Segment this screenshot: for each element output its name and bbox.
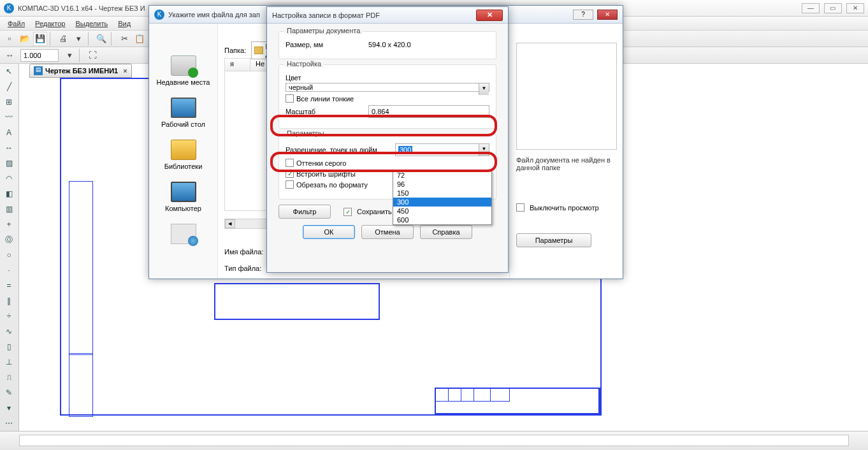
- tool-div-icon[interactable]: ÷: [0, 308, 18, 324]
- document-tab[interactable]: ▤ Чертеж БЕЗ ИМЕНИ1 ×: [29, 64, 132, 78]
- window-min-icon[interactable]: —: [802, 3, 820, 13]
- dpi-option[interactable]: 600: [393, 215, 491, 224]
- new-doc-icon[interactable]: ▫: [3, 32, 17, 46]
- scale-label: Масштаб: [286, 108, 368, 115]
- menu-view[interactable]: Вид: [113, 18, 136, 29]
- print-icon[interactable]: 🖨: [56, 32, 70, 46]
- chk-disable-preview[interactable]: [516, 203, 524, 212]
- chk-save-settings[interactable]: ✓: [344, 208, 352, 216]
- filetype-label: Тип файла:: [224, 265, 261, 272]
- scale-drop-icon[interactable]: ▾: [62, 48, 76, 62]
- place-recent[interactable]: Недавние места: [155, 55, 212, 86]
- tool-circ-icon[interactable]: ○: [0, 247, 18, 263]
- tool-surf-icon[interactable]: ◧: [0, 186, 18, 201]
- save-dialog-icon: K: [154, 10, 164, 20]
- chk-grayscale[interactable]: [286, 159, 294, 167]
- dpi-option[interactable]: 150: [393, 189, 491, 198]
- group-settings: Настройка Цвет черный ▼ Все линии тонкие…: [278, 64, 496, 129]
- tool-drop-icon[interactable]: ▾: [0, 400, 18, 416]
- params-button[interactable]: Параметры: [516, 233, 591, 247]
- tool-tree-icon[interactable]: ⎍: [0, 370, 18, 385]
- menu-select[interactable]: Выделить: [70, 18, 113, 29]
- menu-editor[interactable]: Редактор: [30, 18, 70, 29]
- tool-line-icon[interactable]: ╱: [0, 79, 18, 94]
- chk-thin-lines[interactable]: [286, 94, 294, 103]
- dpi-label: Разрешение, точек на дюйм: [286, 146, 395, 154]
- tool-pointer-icon[interactable]: ↖: [0, 64, 18, 79]
- copy-icon[interactable]: 📋: [133, 32, 147, 46]
- tool-spline-icon[interactable]: ∿: [0, 324, 18, 339]
- ok-button[interactable]: ОК: [303, 225, 355, 239]
- window-max-icon[interactable]: ▭: [824, 3, 842, 13]
- tool-perp-icon[interactable]: ⊥: [0, 354, 18, 370]
- tool-dot-icon[interactable]: ·: [0, 263, 18, 278]
- dpi-dropdown-list[interactable]: 72 96 150 300 450 600: [393, 170, 492, 225]
- menu-file[interactable]: Файл: [3, 18, 30, 29]
- place-computer[interactable]: Компьютер: [155, 182, 212, 212]
- doc-type-icon: ▤: [34, 66, 43, 75]
- chk-thin-label: Все линии тонкие: [296, 95, 354, 103]
- place-network[interactable]: [155, 224, 212, 247]
- scroll-left-icon[interactable]: ◂: [225, 219, 235, 228]
- tool-para-icon[interactable]: ‖: [0, 293, 18, 308]
- size-value: 594.0 x 420.0: [368, 41, 411, 48]
- save-dialog-close-icon[interactable]: ✕: [597, 10, 618, 20]
- tool-wave-icon[interactable]: 〰: [0, 110, 18, 125]
- tool-compass-icon[interactable]: Ⓞ: [0, 232, 18, 247]
- scale-handle-icon[interactable]: ↔: [3, 48, 17, 62]
- zoom-fit-icon[interactable]: ⛶: [85, 48, 99, 62]
- dpi-option-selected[interactable]: 300: [393, 198, 491, 207]
- computer-icon: [171, 182, 196, 202]
- size-label: Размер, мм: [286, 41, 368, 48]
- place-libraries[interactable]: Библиотеки: [155, 140, 212, 170]
- open-icon[interactable]: 📂: [18, 32, 32, 46]
- tool-more-icon[interactable]: ⋯: [0, 416, 18, 431]
- help-button[interactable]: Справка: [420, 225, 472, 239]
- print-drop-icon[interactable]: ▾: [71, 32, 85, 46]
- tool-text-icon[interactable]: A: [0, 125, 18, 140]
- tool-grid-icon[interactable]: ⊞: [0, 94, 18, 110]
- dpi-option[interactable]: 96: [393, 180, 491, 189]
- tool-eq-icon[interactable]: =: [0, 278, 18, 293]
- chk-embed-fonts-label: Встроить шрифты: [296, 170, 356, 178]
- tool-plus-icon[interactable]: +: [0, 217, 18, 232]
- status-bar: [0, 431, 868, 450]
- place-desktop[interactable]: Рабочий стол: [155, 98, 212, 128]
- col-name[interactable]: я: [225, 59, 250, 71]
- dpi-option[interactable]: 72: [393, 171, 491, 180]
- color-drop-icon[interactable]: ▼: [479, 83, 489, 95]
- doc-tab-close-icon[interactable]: ×: [123, 67, 127, 75]
- tool-note-icon[interactable]: ✎: [0, 385, 18, 400]
- left-tool-palette: ↖ ╱ ⊞ 〰 A ↔ ▨ ◠ ◧ ▥ + Ⓞ ○ · = ‖ ÷ ∿ ▯ ⊥ …: [0, 64, 19, 433]
- window-close-icon[interactable]: ✕: [846, 3, 864, 13]
- chk-embed-fonts[interactable]: ✓: [286, 170, 294, 178]
- dpi-drop-icon[interactable]: ▼: [479, 144, 489, 156]
- tool-layers-icon[interactable]: ▥: [0, 201, 18, 217]
- tool-dim-icon[interactable]: ↔: [0, 140, 18, 156]
- scale-input[interactable]: 0.864: [368, 105, 489, 118]
- chk-disable-preview-label: Выключить просмотр: [530, 204, 599, 212]
- pdf-dialog-close-icon[interactable]: ✕: [476, 10, 503, 21]
- chk-crop[interactable]: [286, 180, 294, 189]
- color-combo[interactable]: черный ▼: [286, 83, 489, 92]
- desktop-icon: [171, 98, 196, 118]
- dpi-option[interactable]: 450: [393, 207, 491, 215]
- preview-icon[interactable]: 🔍: [94, 32, 108, 46]
- scale-input[interactable]: 1.000: [20, 49, 59, 62]
- preview-pane: Файл документа не найден в данной папке …: [509, 24, 623, 279]
- folder-label: Папка:: [224, 47, 246, 54]
- filter-button[interactable]: Фильтр: [278, 205, 331, 219]
- places-bar: Недавние места Рабочий стол Библиотеки К…: [149, 24, 218, 279]
- dpi-combo[interactable]: 300 ▼: [395, 143, 489, 156]
- preview-box: [516, 43, 617, 150]
- pdf-settings-dialog: Настройка записи в формат PDF ✕ Параметр…: [266, 6, 509, 273]
- tool-group-icon[interactable]: ▯: [0, 339, 18, 354]
- cut-icon[interactable]: ✂: [117, 32, 131, 46]
- status-input[interactable]: [19, 435, 849, 446]
- save-dialog-help-icon[interactable]: ?: [573, 10, 593, 20]
- cancel-button[interactable]: Отмена: [361, 225, 414, 239]
- tool-arc-icon[interactable]: ◠: [0, 171, 18, 186]
- tool-hatch-icon[interactable]: ▨: [0, 156, 18, 171]
- save-icon[interactable]: 💾: [33, 32, 47, 46]
- pdf-dialog-titlebar[interactable]: Настройка записи в формат PDF ✕: [267, 7, 508, 24]
